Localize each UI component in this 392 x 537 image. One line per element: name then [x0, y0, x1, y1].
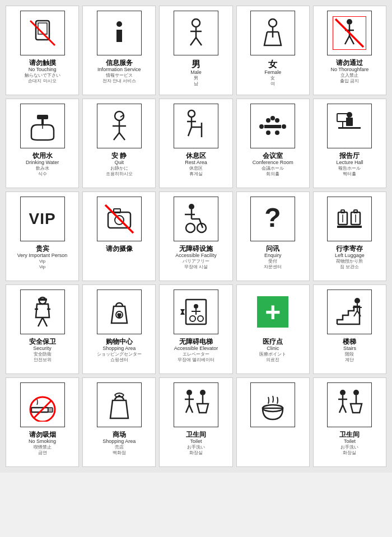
card-rest-area: 休息区 Rest Area 休息区 휴게실 — [159, 99, 232, 188]
card-drinking-water: 饮用水 Drinking Water 飲み水 식수 — [6, 99, 79, 188]
svg-rect-20 — [37, 115, 48, 119]
svg-rect-63 — [354, 210, 357, 213]
svg-rect-58 — [337, 226, 362, 228]
card-no-touching: 请勿触摸 No Touching 触らないで下さい 손대지 마시오 — [6, 6, 79, 95]
svg-point-95 — [200, 390, 206, 395]
svg-rect-21 — [41, 119, 44, 125]
text-no-thoroughfare: 请勿通过 No Thoroughfare 立入禁止 출입 금지 — [330, 59, 368, 83]
card-luggage: 行李寄存 Left Luggage 荷物預かり所 짐 보관소 — [313, 192, 386, 281]
svg-point-103 — [353, 390, 359, 395]
card-enquiry: ? 问讯 Enquiry 受付 자문센터 — [236, 192, 310, 281]
svg-point-42 — [282, 124, 286, 129]
card-no-photo: 请勿摄像 — [82, 192, 156, 281]
icon-luggage — [327, 197, 372, 241]
svg-line-33 — [188, 127, 192, 136]
text-information: 信息服务 Information Service 情報サービス 전자 안내 서비… — [97, 59, 141, 83]
svg-point-5 — [192, 19, 200, 27]
svg-rect-60 — [341, 210, 344, 213]
icon-vip: VIP — [20, 197, 65, 241]
icon-enquiry: ? — [250, 197, 295, 241]
icon-clinic: + — [250, 289, 295, 334]
svg-line-83 — [354, 311, 357, 316]
icon-no-touching — [20, 11, 65, 55]
card-no-smoking: 请勿吸烟 No Smoking 喫煙禁止 금연 — [6, 377, 79, 467]
svg-point-98 — [340, 390, 346, 395]
icon-shopping-area — [97, 289, 142, 334]
text-lecture: 报告厅 Lecture Hall 報告ホール 헥터홀 — [336, 152, 363, 176]
icon-rest-area — [174, 104, 218, 148]
text-drinking-water: 饮用水 Drinking Water 飲み水 식수 — [26, 152, 59, 176]
icon-elevator — [174, 289, 218, 334]
text-elevator: 无障碍电梯 Accessible Elevator エレベーター 무장애 엘리베… — [174, 338, 218, 362]
svg-point-77 — [198, 316, 203, 321]
svg-line-94 — [189, 405, 193, 413]
text-rest-area: 休息区 Rest Area 休息区 휴게실 — [185, 152, 207, 176]
svg-point-90 — [186, 390, 192, 395]
card-lecture: 报告厅 Lecture Hall 報告ホール 헥터홀 — [313, 99, 386, 188]
svg-rect-35 — [264, 125, 281, 128]
card-quiet: 安 静 Quit お静かに 조용히하시오 — [82, 99, 156, 188]
svg-point-10 — [269, 19, 277, 27]
svg-line-68 — [43, 317, 47, 326]
svg-point-43 — [347, 112, 352, 118]
text-vip: 贵宾 Very Important Person Vip Vip — [17, 245, 68, 269]
svg-point-73 — [194, 304, 198, 309]
text-clinic: 医疗点 Clinic 医療ポイント 의료진 — [259, 338, 286, 362]
svg-line-9 — [196, 38, 202, 45]
svg-point-54 — [186, 223, 195, 232]
text-accessible: 无障碍设施 Accessible Facility バリアフリー 무장애 시설 — [175, 245, 217, 269]
svg-rect-86 — [48, 408, 53, 412]
text-mall: 商场 Shopping Area 売店 백화점 — [102, 431, 136, 455]
icon-toilet — [174, 382, 218, 427]
green-cross: + — [257, 296, 288, 328]
card-mall: 商场 Shopping Area 売店 백화점 — [82, 377, 156, 467]
text-luggage: 行李寄存 Left Luggage 荷物預かり所 짐 보관소 — [335, 245, 365, 269]
svg-point-13 — [347, 19, 352, 25]
card-toilet2: 卫生间 Toilet お手洗い 화장실 — [313, 377, 386, 467]
text-stairs: 楼梯 Stairs 階段 계단 — [343, 338, 356, 362]
text-male: 男 Male 男 남 — [190, 59, 202, 86]
svg-line-2 — [30, 21, 55, 45]
icon-no-thoroughfare — [327, 11, 372, 55]
text-toilet: 卫生间 Toilet お手洗い 화장실 — [186, 431, 206, 455]
card-female: 女 Female 女 여 — [236, 6, 310, 95]
icon-accessible — [174, 197, 218, 241]
svg-rect-45 — [338, 127, 361, 129]
svg-point-89 — [118, 395, 120, 397]
card-no-thoroughfare: 请勿通过 No Thoroughfare 立入禁止 출입 금지 — [313, 6, 386, 95]
icon-toilet2 — [327, 382, 372, 427]
svg-line-26 — [114, 133, 119, 140]
svg-line-93 — [186, 405, 189, 413]
text-shopping-area: 购物中心 Shopping Area ショッピングセンター 쇼핑센터 — [97, 338, 142, 362]
text-enquiry: 问讯 Enquiry 受付 자문센터 — [264, 245, 282, 269]
card-conference: 会议室 Conference Room 会議ホール 회의홀 — [236, 99, 310, 188]
text-no-smoking: 请勿吸烟 No Smoking 喫煙禁止 금연 — [29, 431, 56, 455]
card-shopping-area: 购物中心 Shopping Area ショッピングセンター 쇼핑센터 — [82, 284, 156, 374]
icon-lecture — [327, 104, 372, 148]
icon-drinking-water — [20, 104, 65, 148]
svg-point-80 — [354, 298, 360, 303]
card-male: 男 Male 男 남 — [159, 6, 232, 95]
svg-line-101 — [339, 405, 343, 413]
icon-female — [250, 11, 295, 55]
svg-line-8 — [190, 38, 196, 45]
card-tea — [236, 377, 310, 467]
icon-information — [97, 11, 142, 55]
svg-point-39 — [266, 130, 270, 135]
card-clinic: + 医疗点 Clinic 医療ポイント 의료진 — [236, 284, 310, 374]
svg-point-40 — [275, 130, 279, 135]
svg-point-3 — [116, 21, 122, 27]
svg-line-102 — [343, 405, 346, 413]
card-information: 信息服务 Information Service 情報サービス 전자 안내 서비… — [82, 6, 156, 95]
card-vip: VIP 贵宾 Very Important Person Vip Vip — [6, 192, 79, 281]
svg-line-27 — [119, 133, 125, 140]
svg-point-76 — [190, 316, 195, 321]
icon-no-smoking — [20, 382, 65, 427]
text-quiet: 安 静 Quit お静かに 조용히하시오 — [106, 152, 133, 176]
icon-conference — [250, 104, 295, 148]
icon-male — [174, 11, 218, 55]
text-toilet2: 卫生间 Toilet お手洗い 화장실 — [339, 431, 360, 455]
icon-quiet — [97, 104, 142, 148]
text-conference: 会议室 Conference Room 会議ホール 회의홀 — [253, 152, 293, 176]
svg-point-36 — [266, 118, 270, 123]
